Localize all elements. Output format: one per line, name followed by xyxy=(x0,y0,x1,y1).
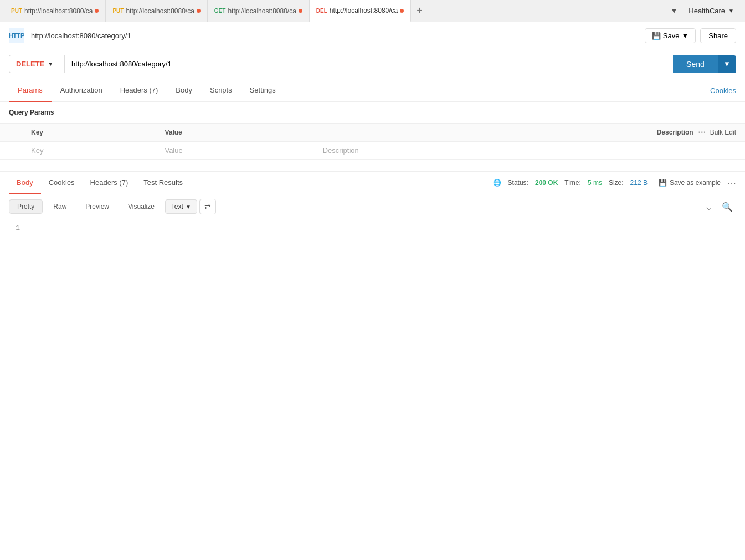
save-label: Save xyxy=(663,32,680,40)
pretty-button[interactable]: Pretty xyxy=(9,199,43,214)
send-button[interactable]: Send xyxy=(673,55,718,73)
tab-authorization[interactable]: Authorization xyxy=(52,79,111,102)
response-tab-body[interactable]: Body xyxy=(9,172,41,194)
text-format-selector[interactable]: Text ▼ xyxy=(165,199,197,214)
query-params-title: Query Params xyxy=(0,102,745,123)
size-label: Size: xyxy=(609,179,624,187)
http-icon: HTTP xyxy=(9,28,24,43)
tab-dropdown-button[interactable]: ▼ xyxy=(666,7,682,15)
text-format-label: Text xyxy=(171,203,183,210)
tab-headers[interactable]: Headers (7) xyxy=(111,79,167,102)
address-bar: HTTP http://localhost:8080/category/1 💾 … xyxy=(0,22,745,49)
save-example-label: Save as example xyxy=(670,179,721,187)
method-selector[interactable]: DELETE ▼ xyxy=(9,55,64,73)
tab-1-dot xyxy=(95,9,99,13)
response-tab-headers[interactable]: Headers (7) xyxy=(83,172,136,194)
response-tab-cookies[interactable]: Cookies xyxy=(41,172,83,194)
tab-3[interactable]: GET http://localhost:8080/ca xyxy=(208,0,310,22)
tab-bar: PUT http://localhost:8080/ca PUT http://… xyxy=(0,0,745,22)
line-numbers: 1 xyxy=(9,224,20,326)
save-dropdown-icon: ▼ xyxy=(681,32,689,40)
status-label: Status: xyxy=(508,179,528,187)
text-format-chevron-icon: ▼ xyxy=(186,204,191,210)
code-area: 1 xyxy=(0,219,745,330)
response-panel: Body Cookies Headers (7) Test Results 🌐 … xyxy=(0,171,745,330)
raw-button[interactable]: Raw xyxy=(45,199,75,214)
method-dropdown-icon: ▼ xyxy=(48,61,53,67)
params-table: Key Value Description ⋯ Bulk Edit Key Va… xyxy=(0,123,745,160)
response-tabs: Body Cookies Headers (7) Test Results 🌐 … xyxy=(0,172,745,194)
workspace-name: HealthCare xyxy=(689,7,725,15)
save-button[interactable]: 💾 Save ▼ xyxy=(645,28,696,43)
response-status: 🌐 Status: 200 OK Time: 5 ms Size: 212 B … xyxy=(493,178,736,188)
tab-body[interactable]: Body xyxy=(167,79,201,102)
preview-button[interactable]: Preview xyxy=(77,199,117,214)
save-example-icon: 💾 xyxy=(659,179,667,187)
line-number-1: 1 xyxy=(9,224,20,232)
value-placeholder[interactable]: Value xyxy=(156,142,314,160)
tab-4-url: http://localhost:8080/ca xyxy=(330,7,398,14)
key-col-header: Key xyxy=(22,124,156,142)
tab-2[interactable]: PUT http://localhost:8080/ca xyxy=(106,0,207,22)
tab-1[interactable]: PUT http://localhost:8080/ca xyxy=(4,0,106,22)
send-button-group: Send ▼ xyxy=(673,55,736,73)
address-bar-actions: 💾 Save ▼ Share xyxy=(645,28,736,43)
tab-4-dot xyxy=(400,9,404,13)
value-col-header: Value xyxy=(156,124,314,142)
tab-2-url: http://localhost:8080/ca xyxy=(126,7,194,15)
tab-4[interactable]: DEL http://localhost:8080/ca xyxy=(310,0,411,22)
tab-3-url: http://localhost:8080/ca xyxy=(228,7,296,15)
status-value: 200 OK xyxy=(535,179,558,187)
more-options-icon: ⋯ xyxy=(698,128,706,137)
workspace-selector[interactable]: HealthCare ▼ xyxy=(682,7,741,15)
tab-settings[interactable]: Settings xyxy=(241,79,285,102)
tab-1-url: http://localhost:8080/ca xyxy=(24,7,93,15)
row-checkbox xyxy=(0,142,22,160)
copy-button[interactable]: ⌵ xyxy=(703,199,715,214)
code-content[interactable] xyxy=(29,224,736,326)
address-bar-url: http://localhost:8080/category/1 xyxy=(31,32,638,40)
body-actions: ⌵ 🔍 xyxy=(703,199,736,214)
response-tab-test-results[interactable]: Test Results xyxy=(136,172,191,194)
globe-icon: 🌐 xyxy=(493,179,501,187)
request-nav-tabs: Params Authorization Headers (7) Body Sc… xyxy=(0,79,745,102)
share-label: Share xyxy=(708,32,728,40)
response-more-button[interactable]: ⋯ xyxy=(727,178,736,188)
key-placeholder[interactable]: Key xyxy=(22,142,156,160)
tab-scripts[interactable]: Scripts xyxy=(201,79,241,102)
cookies-link[interactable]: Cookies xyxy=(710,80,736,101)
description-label: Description xyxy=(657,129,693,136)
send-dropdown-button[interactable]: ▼ xyxy=(718,55,736,73)
tab-4-method: DEL xyxy=(316,8,327,14)
size-value: 212 B xyxy=(630,179,648,187)
params-placeholder-row: Key Value Description xyxy=(0,142,745,160)
tab-2-method: PUT xyxy=(112,8,124,14)
save-example-button[interactable]: 💾 Save as example xyxy=(659,179,721,187)
bulk-edit-button[interactable]: Bulk Edit xyxy=(710,129,736,136)
request-line: DELETE ▼ Send ▼ xyxy=(0,49,745,79)
visualize-button[interactable]: Visualize xyxy=(120,199,163,214)
tab-3-dot xyxy=(299,9,302,13)
body-toolbar: Pretty Raw Preview Visualize Text ▼ ⇄ ⌵ … xyxy=(0,194,745,219)
share-button[interactable]: Share xyxy=(700,28,736,43)
method-text: DELETE xyxy=(16,60,44,68)
checkbox-col xyxy=(0,124,22,142)
add-tab-button[interactable]: + xyxy=(411,5,428,17)
url-input[interactable] xyxy=(64,55,673,73)
tab-2-dot xyxy=(197,9,201,13)
tab-params[interactable]: Params xyxy=(9,79,52,102)
tab-3-method: GET xyxy=(214,8,226,14)
tab-1-method: PUT xyxy=(11,8,22,14)
description-placeholder[interactable]: Description xyxy=(314,142,745,160)
workspace-chevron-icon: ▼ xyxy=(728,8,734,14)
save-icon: 💾 xyxy=(652,32,661,40)
wrap-button[interactable]: ⇄ xyxy=(199,199,216,214)
search-button[interactable]: 🔍 xyxy=(718,199,736,214)
time-value: 5 ms xyxy=(588,179,602,187)
description-col-header: Description ⋯ Bulk Edit xyxy=(314,124,745,142)
time-label: Time: xyxy=(564,179,581,187)
